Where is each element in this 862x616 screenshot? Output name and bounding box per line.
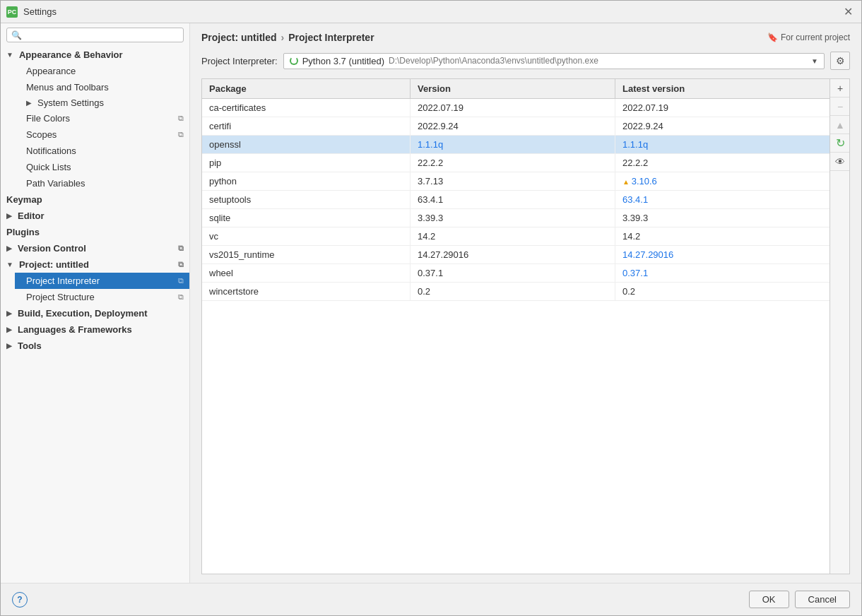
add-package-button[interactable]: + [830, 79, 850, 97]
sidebar-item-project-structure[interactable]: Project Structure ⧉ [15, 289, 189, 305]
ps-badge: ⧉ [178, 292, 184, 302]
remove-package-button[interactable]: − [830, 97, 850, 116]
sidebar: 🔍 ▼ Appearance & Behavior Appearance Men… [1, 23, 190, 583]
sidebar-item-appearance-behavior[interactable]: ▼ Appearance & Behavior [1, 47, 189, 63]
interpreter-select[interactable]: Python 3.7 (untitled) D:\Develop\Python\… [283, 53, 825, 69]
bookmark-icon: 🔖 [767, 32, 778, 42]
interpreter-label: Project Interpreter: [201, 56, 278, 66]
package-latest: 63.4.1 [615, 191, 829, 208]
vc-arrow: ▶ [6, 244, 12, 252]
cancel-button[interactable]: Cancel [795, 591, 850, 608]
main-content: Project: untitled › Project Interpreter … [190, 23, 861, 583]
version-text: 22.2.2 [418, 158, 443, 168]
sidebar-item-scopes[interactable]: Scopes ⧉ [15, 126, 189, 143]
version-text: 0.37.1 [418, 268, 443, 278]
sidebar-item-tools[interactable]: ▶ Tools [1, 338, 189, 354]
sidebar-item-path-variables[interactable]: Path Variables [15, 175, 189, 191]
interpreter-path: D:\Develop\Python\Anaconda3\envs\untitle… [389, 56, 598, 66]
bottom-bar: ? OK Cancel [1, 583, 861, 615]
sidebar-category-label: Appearance & Behavior [19, 49, 123, 60]
pi-badge: ⧉ [178, 276, 184, 285]
up-arrow-button[interactable]: ▲ [830, 116, 850, 134]
sidebar-item-project-untitled[interactable]: ▼ Project: untitled ⧉ [1, 256, 189, 273]
col-header-latest: Latest version [615, 79, 829, 98]
version-text: 3.7.13 [418, 176, 443, 186]
package-version: 0.2 [411, 283, 615, 300]
table-row[interactable]: ca-certificates 2022.07.19 2022.07.19 [202, 99, 829, 117]
sidebar-item-menus-toolbars[interactable]: Menus and Toolbars [15, 79, 189, 95]
vc-badge: ⧉ [178, 244, 184, 253]
interpreter-row: Project Interpreter: Python 3.7 (untitle… [201, 52, 850, 70]
sidebar-item-system-settings[interactable]: ▶ System Settings [15, 95, 189, 110]
package-table: Package Version Latest version ca-certif… [202, 79, 829, 574]
latest-version: 14.2 [622, 231, 640, 242]
tools-arrow: ▶ [6, 342, 12, 350]
version-text: 14.27.29016 [418, 249, 468, 260]
package-latest: 22.2.2 [615, 154, 829, 172]
table-row[interactable]: wheel 0.37.1 0.37.1 [202, 264, 829, 283]
table-row[interactable]: certifi 2022.9.24 2022.9.24 [202, 117, 829, 136]
ok-button[interactable]: OK [749, 591, 789, 608]
table-row[interactable]: sqlite 3.39.3 3.39.3 [202, 209, 829, 227]
package-name: certifi [202, 117, 411, 135]
search-box[interactable]: 🔍 [6, 28, 184, 42]
collapse-arrow: ▼ [6, 51, 13, 59]
sidebar-item-build-execution[interactable]: ▶ Build, Execution, Deployment [1, 305, 189, 321]
col-header-package: Package [202, 79, 411, 98]
sidebar-item-notifications[interactable]: Notifications [15, 143, 189, 159]
package-name: vc [202, 227, 411, 245]
table-row[interactable]: pip 22.2.2 22.2.2 [202, 154, 829, 172]
sidebar-item-file-colors[interactable]: File Colors ⧉ [15, 110, 189, 126]
sidebar-project-children: Project Interpreter ⧉ Project Structure … [1, 273, 189, 305]
table-header: Package Version Latest version [202, 79, 829, 99]
scopes-badge: ⧉ [178, 130, 184, 139]
breadcrumb-current: Project Interpreter [288, 32, 374, 43]
package-version: 3.7.13 [411, 172, 615, 190]
sidebar-item-editor[interactable]: ▶ Editor [1, 208, 189, 224]
package-name: ca-certificates [202, 99, 411, 117]
package-name: setuptools [202, 191, 411, 208]
sidebar-item-project-interpreter[interactable]: Project Interpreter ⧉ [15, 273, 189, 289]
latest-version: 2022.07.19 [622, 102, 668, 113]
version-text: 0.2 [418, 286, 430, 297]
table-row[interactable]: vc 14.2 14.2 [202, 227, 829, 246]
breadcrumb-parent: Project: untitled [201, 32, 277, 43]
version-text: 14.2 [418, 231, 435, 242]
for-current-project: 🔖 For current project [767, 32, 850, 42]
package-version: 14.27.29016 [411, 246, 615, 263]
sidebar-item-version-control[interactable]: ▶ Version Control ⧉ [1, 240, 189, 256]
breadcrumb: Project: untitled › Project Interpreter … [201, 32, 850, 43]
editor-arrow: ▶ [6, 212, 12, 220]
interpreter-settings-button[interactable]: ⚙ [830, 52, 850, 70]
package-latest: 14.2 [615, 227, 829, 245]
refresh-button[interactable]: ↻ [830, 134, 850, 153]
package-latest: 0.37.1 [615, 264, 829, 282]
package-table-container: Package Version Latest version ca-certif… [201, 78, 850, 574]
version-link: 1.1.1q [418, 139, 443, 150]
package-name: pip [202, 154, 411, 172]
eye-button[interactable]: 👁 [830, 153, 850, 171]
sidebar-item-keymap[interactable]: Keymap [1, 191, 189, 208]
table-actions: + − ▲ ↻ 👁 [829, 79, 849, 574]
help-button[interactable]: ? [12, 592, 28, 608]
table-row[interactable]: openssl 1.1.1q 1.1.1q [202, 136, 829, 154]
latest-version: 22.2.2 [622, 158, 648, 168]
package-version: 1.1.1q [411, 136, 615, 153]
interpreter-dropdown-arrow: ▼ [811, 57, 818, 65]
table-row[interactable]: python 3.7.13 3.10.6 [202, 172, 829, 191]
package-name: vs2015_runtime [202, 246, 411, 263]
table-row[interactable]: setuptools 63.4.1 63.4.1 [202, 191, 829, 209]
close-button[interactable]: ✕ [841, 5, 856, 18]
sidebar-item-appearance[interactable]: Appearance [15, 63, 189, 79]
breadcrumb-separator: › [281, 32, 285, 43]
sidebar-item-plugins[interactable]: Plugins [1, 224, 189, 240]
sidebar-item-quick-lists[interactable]: Quick Lists [15, 159, 189, 175]
package-latest: 14.27.29016 [615, 246, 829, 263]
table-row[interactable]: wincertstore 0.2 0.2 [202, 283, 829, 301]
table-row[interactable]: vs2015_runtime 14.27.29016 14.27.29016 [202, 246, 829, 264]
latest-version-link: 1.1.1q [622, 139, 648, 150]
search-input[interactable] [22, 30, 179, 40]
sidebar-item-languages-frameworks[interactable]: ▶ Languages & Frameworks [1, 321, 189, 338]
search-icon: 🔍 [11, 30, 22, 40]
package-latest: 0.2 [615, 283, 829, 300]
